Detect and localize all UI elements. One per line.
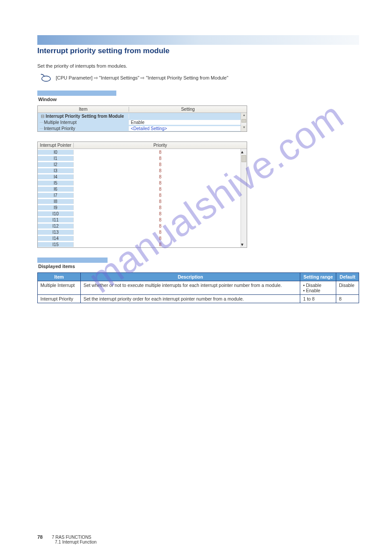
tree-branch-icon: ⋯ [40,120,43,125]
table-row: I108 [38,210,247,217]
priority-table-screenshot: Interrupt Pointer Priority I08I18I28I38I… [37,141,247,248]
ss1-group-label: Interrupt Priority Setting from Module [46,114,124,119]
page-number: 78 [37,534,43,540]
priority-cell[interactable]: 8 [74,236,247,241]
table-header-cell: Setting range [300,273,336,281]
description-cell: Set whether or not to execute multiple i… [81,281,300,295]
collapse-icon[interactable]: ⊟ [40,114,46,119]
settings-tree-screenshot: Item Setting ⊟Interrupt Priority Setting… [37,105,247,132]
priority-cell[interactable]: 8 [74,174,247,179]
ss1-hdr-setting: Setting [129,107,247,112]
interrupt-pointer-cell: I13 [38,230,74,235]
table-row: I48 [38,174,247,180]
interrupt-pointer-cell: I10 [38,211,74,216]
nav-path: [CPU Parameter] ⇨ "Interrupt Settings" ⇨… [56,75,228,81]
priority-cell[interactable]: 8 [74,168,247,173]
priority-cell[interactable]: 8 [74,156,247,161]
table-row: I68 [38,186,247,192]
interrupt-pointer-cell: I15 [38,242,74,247]
item-cell: Interrupt Priority [38,295,81,303]
page-title: Interrupt priority setting from module [37,47,359,55]
page-footer: 78 7 RAS FUNCTIONS 7.1 Interrupt Functio… [37,534,97,544]
priority-cell[interactable]: 8 [74,242,247,247]
subtitle: Set the priority of interrupts from modu… [37,63,359,69]
interrupt-pointer-cell: I5 [38,181,74,185]
ss1-ip-value[interactable]: <Detailed Setting> [129,126,247,131]
table-row: I28 [38,161,247,167]
table-header-cell: Default [336,273,359,281]
table-row: I78 [38,192,247,198]
svg-point-0 [42,76,50,81]
ss1-hdr-item: Item [38,107,129,112]
item-cell: Multiple Interrupt [38,281,81,295]
section-label-displayed: Displayed items [38,264,359,269]
footer-chapter: 7 RAS FUNCTIONS [52,535,91,540]
ss2-hdr-pr: Priority [74,143,247,148]
scrollbar[interactable]: ▴ ▾ [241,113,247,131]
table-row: I38 [38,167,247,174]
table-header-cell: Item [38,273,81,281]
table-row: I18 [38,155,247,161]
interrupt-pointer-cell: I2 [38,162,74,167]
interrupt-pointer-cell: I14 [38,236,74,241]
footer-section: 7.1 Interrupt Function [55,540,97,544]
title-gradient-bar [37,35,359,45]
table-header-cell: Description [81,273,300,281]
interrupt-pointer-cell: I7 [38,193,74,198]
ss2-hdr-ip: Interrupt Pointer [38,143,74,148]
priority-cell[interactable]: 8 [74,193,247,198]
interrupt-pointer-cell: I1 [38,156,74,161]
priority-cell[interactable]: 8 [74,187,247,192]
range-cell: 1 to 8 [300,295,336,303]
table-row: I138 [38,229,247,235]
section-strip-displayed [37,258,108,263]
scroll-up-icon[interactable]: ▴ [241,113,247,119]
interrupt-pointer-cell: I3 [38,168,74,173]
priority-cell[interactable]: 8 [74,199,247,204]
interrupt-pointer-cell: I11 [38,218,74,222]
scrollbar[interactable]: ▴ ▾ [241,149,247,247]
priority-cell[interactable]: 8 [74,224,247,229]
mouse-icon [37,73,52,83]
table-row: I128 [38,223,247,229]
table-row: I98 [38,204,247,210]
interrupt-pointer-cell: I9 [38,205,74,210]
table-row: I158 [38,241,247,247]
section-label-window: Window [38,97,359,102]
ss1-ip-label: Interrupt Priority [44,126,75,131]
section-strip-window [37,91,116,96]
priority-cell[interactable]: 8 [74,230,247,235]
scroll-down-icon[interactable]: ▾ [241,125,247,131]
table-row: Interrupt PrioritySet the interrupt prio… [38,295,359,303]
priority-cell[interactable]: 8 [74,162,247,167]
interrupt-pointer-cell: I6 [38,187,74,192]
table-row: I118 [38,217,247,223]
priority-cell[interactable]: 8 [74,211,247,216]
ss1-mult-value[interactable]: Enable [129,120,247,125]
scroll-thumb[interactable] [241,119,246,123]
table-row: I58 [38,180,247,186]
range-cell: • Disable• Enable [300,281,336,295]
priority-cell[interactable]: 8 [74,181,247,185]
table-row: Multiple InterruptSet whether or not to … [38,281,359,295]
priority-cell[interactable]: 8 [74,150,247,155]
default-cell: Disable [336,281,359,295]
priority-cell[interactable]: 8 [74,218,247,222]
ss1-mult-label: Multiple Interrupt [44,120,76,125]
interrupt-pointer-cell: I4 [38,174,74,179]
interrupt-pointer-cell: I8 [38,199,74,204]
table-row: I88 [38,198,247,204]
tree-branch-icon: ⋯ [40,127,43,131]
description-cell: Set the interrupt priority order for eac… [81,295,300,303]
priority-cell[interactable]: 8 [74,205,247,210]
table-row: I08 [38,149,247,155]
scroll-up-icon[interactable]: ▴ [241,149,247,155]
interrupt-pointer-cell: I0 [38,150,74,155]
displayed-items-table: ItemDescriptionSetting rangeDefault Mult… [37,272,359,303]
table-row: I148 [38,235,247,241]
default-cell: 8 [336,295,359,303]
interrupt-pointer-cell: I12 [38,224,74,229]
scroll-thumb[interactable] [241,155,246,162]
scroll-down-icon[interactable]: ▾ [241,242,247,247]
